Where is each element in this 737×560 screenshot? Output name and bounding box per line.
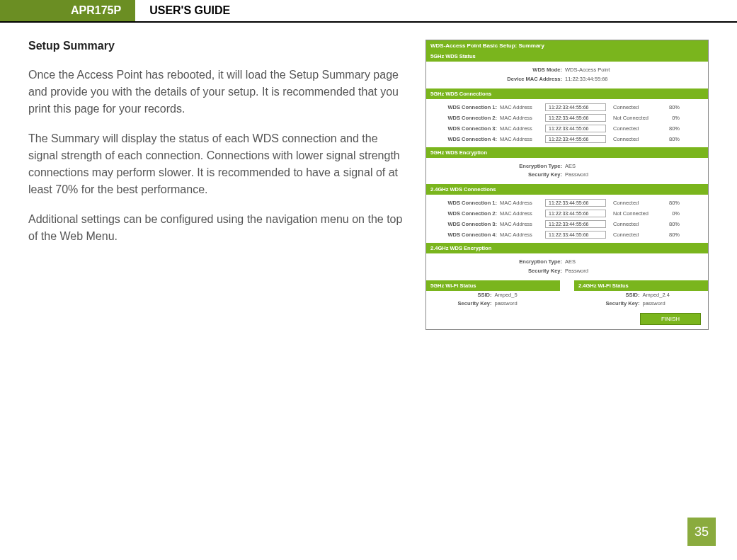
connection-label: WDS Connection 4: xyxy=(433,136,497,142)
signal-percent: 80% xyxy=(663,136,680,142)
signal-percent: 80% xyxy=(663,125,680,132)
mac-address-field[interactable]: 11:22:33:44:55:66 xyxy=(545,125,606,132)
panel-title-bar: WDS-Access Point Basic Setup: Summary xyxy=(426,40,708,51)
signal-percent: 80% xyxy=(663,221,680,227)
connection-label: WDS Connection 1: xyxy=(433,200,497,206)
mac-address-field[interactable]: 11:22:33:44:55:66 xyxy=(545,220,606,228)
label-seckey-24: Security Key: xyxy=(583,299,640,309)
section-heading: Setup Summary xyxy=(28,40,404,52)
mac-sublabel: MAC Address xyxy=(500,125,542,132)
value-wds-mode: WDS-Access Point xyxy=(565,66,650,75)
section-bar-5ghz-encryption: 5GHz WDS Encryption xyxy=(426,147,708,158)
connection-label: WDS Connection 4: xyxy=(433,232,497,238)
connection-row: WDS Connection 3:MAC Address11:22:33:44:… xyxy=(433,123,701,134)
value-sec-key-5: Password xyxy=(565,171,650,180)
value-seckey-5: password xyxy=(495,299,552,309)
setup-summary-screenshot: WDS-Access Point Basic Setup: Summary 5G… xyxy=(425,40,709,330)
section-bar-24ghz-encryption: 2.4GHz WDS Encryption xyxy=(426,243,708,253)
finish-button[interactable]: FINISH xyxy=(640,313,701,325)
signal-percent: 80% xyxy=(663,232,680,238)
label-enc-type-5: Encryption Type: xyxy=(484,162,562,171)
mac-sublabel: MAC Address xyxy=(500,200,542,206)
connection-row: WDS Connection 1:MAC Address11:22:33:44:… xyxy=(433,102,701,113)
connection-status: Not Connected xyxy=(609,115,660,121)
connection-label: WDS Connection 1: xyxy=(433,104,497,110)
value-seckey-24: password xyxy=(643,299,699,309)
label-device-mac: Device MAC Address: xyxy=(484,75,562,84)
mac-address-field[interactable]: 11:22:33:44:55:66 xyxy=(545,231,606,239)
section-bar-5ghz-wifi: 5GHz Wi-Fi Status xyxy=(426,280,560,291)
page-header: APR175P USER'S GUIDE xyxy=(0,0,737,23)
value-device-mac: 11:22:33:44:55:66 xyxy=(565,75,650,84)
label-sec-key-5: Security Key: xyxy=(484,171,562,180)
conn24-rows: WDS Connection 1:MAC Address11:22:33:44:… xyxy=(426,195,708,243)
mac-address-field[interactable]: 11:22:33:44:55:66 xyxy=(545,210,606,217)
connection-label: WDS Connection 3: xyxy=(433,125,497,132)
mac-address-field[interactable]: 11:22:33:44:55:66 xyxy=(545,103,606,111)
conn5-rows: WDS Connection 1:MAC Address11:22:33:44:… xyxy=(426,99,708,147)
mac-sublabel: MAC Address xyxy=(500,221,542,227)
connection-status: Connected xyxy=(609,232,660,238)
signal-percent: 80% xyxy=(663,200,680,206)
section-bar-24ghz-wifi: 2.4GHz Wi-Fi Status xyxy=(574,280,708,291)
label-enc-type-24: Encryption Type: xyxy=(484,258,562,267)
paragraph-3: Additional settings can be configured us… xyxy=(28,211,404,245)
signal-percent: 80% xyxy=(663,104,680,110)
mac-address-field[interactable]: 11:22:33:44:55:66 xyxy=(545,199,606,207)
connection-status: Connected xyxy=(609,221,660,227)
connection-status: Connected xyxy=(609,136,660,142)
connection-status: Connected xyxy=(609,104,660,110)
value-enc-type-5: AES xyxy=(565,162,650,171)
connection-row: WDS Connection 4:MAC Address11:22:33:44:… xyxy=(433,134,701,144)
signal-percent: 0% xyxy=(663,115,680,121)
mac-sublabel: MAC Address xyxy=(500,210,542,217)
body-text-column: Setup Summary Once the Access Point has … xyxy=(28,40,411,330)
label-seckey-5: Security Key: xyxy=(435,299,492,309)
connection-row: WDS Connection 2:MAC Address11:22:33:44:… xyxy=(433,208,701,219)
section-bar-5ghz-status: 5GHz WDS Status xyxy=(426,51,708,62)
guide-title: USER'S GUIDE xyxy=(135,0,737,21)
value-ssid-5: Amped_5 xyxy=(495,291,552,300)
mac-sublabel: MAC Address xyxy=(500,136,542,142)
connection-label: WDS Connection 2: xyxy=(433,210,497,217)
connection-label: WDS Connection 3: xyxy=(433,221,497,227)
connection-row: WDS Connection 3:MAC Address11:22:33:44:… xyxy=(433,219,701,229)
connection-row: WDS Connection 4:MAC Address11:22:33:44:… xyxy=(433,229,701,240)
label-sec-key-24: Security Key: xyxy=(484,267,562,276)
value-enc-type-24: AES xyxy=(565,258,650,267)
connection-label: WDS Connection 2: xyxy=(433,115,497,121)
mac-sublabel: MAC Address xyxy=(500,232,542,238)
model-badge: APR175P xyxy=(0,0,135,21)
value-ssid-24: Amped_2.4 xyxy=(643,291,699,300)
mac-address-field[interactable]: 11:22:33:44:55:66 xyxy=(545,135,606,143)
connection-row: WDS Connection 1:MAC Address11:22:33:44:… xyxy=(433,198,701,208)
connection-row: WDS Connection 2:MAC Address11:22:33:44:… xyxy=(433,113,701,123)
connection-status: Not Connected xyxy=(609,210,660,217)
paragraph-2: The Summary will display the status of e… xyxy=(28,130,404,198)
section-bar-5ghz-connections: 5GHz WDS Connections xyxy=(426,88,708,99)
connection-status: Connected xyxy=(609,125,660,132)
section-bar-24ghz-connections: 2.4GHz WDS Connections xyxy=(426,184,708,195)
signal-percent: 0% xyxy=(663,210,680,217)
label-ssid-5: SSID: xyxy=(435,291,492,300)
label-wds-mode: WDS Mode: xyxy=(484,66,562,75)
page-number-badge: 35 xyxy=(687,518,716,546)
paragraph-1: Once the Access Point has rebooted, it w… xyxy=(28,67,404,118)
value-sec-key-24: Password xyxy=(565,267,650,276)
connection-status: Connected xyxy=(609,200,660,206)
mac-sublabel: MAC Address xyxy=(500,104,542,110)
label-ssid-24: SSID: xyxy=(583,291,640,300)
mac-address-field[interactable]: 11:22:33:44:55:66 xyxy=(545,114,606,122)
mac-sublabel: MAC Address xyxy=(500,115,542,121)
